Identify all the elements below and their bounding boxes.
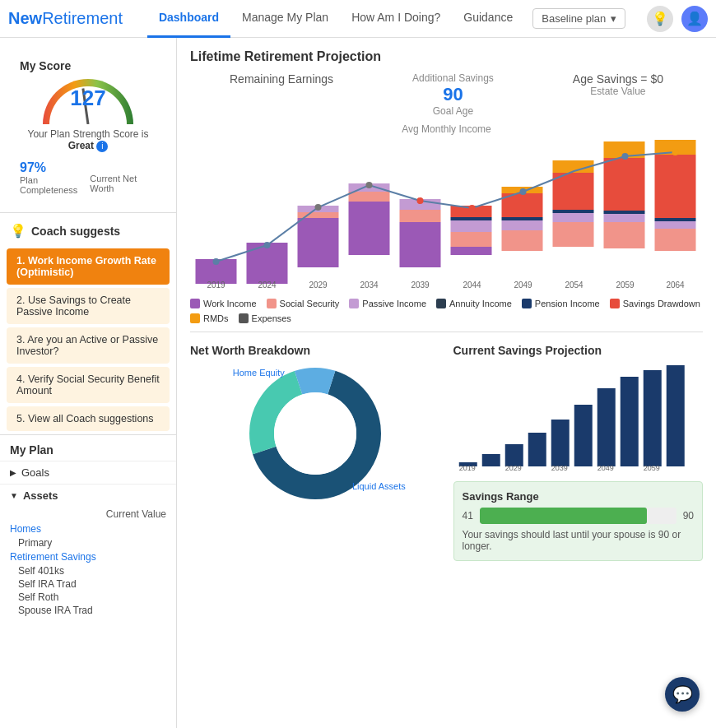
bar-pension-2044	[451, 217, 492, 220]
goal-age-value: 90	[443, 84, 463, 105]
legend-pension-income: Pension Income	[522, 299, 600, 308]
chevron-down-icon: ▾	[611, 12, 616, 25]
range-bar-inner	[480, 508, 647, 524]
legend-annuity-income: Annuity Income	[436, 299, 512, 308]
xlabel-2049: 2049	[514, 281, 532, 290]
logo: NewRetirement	[8, 9, 123, 28]
bar-work-2034	[349, 202, 390, 255]
arrow-down-icon: ▼	[10, 491, 18, 500]
logo-retirement: Retirement	[42, 9, 123, 27]
range-max: 90	[683, 510, 694, 522]
coach-item-3[interactable]: 3. Are you an Active or Passive Investor…	[7, 327, 170, 364]
stat-remaining-earnings: Remaining Earnings	[230, 72, 333, 117]
home-equity-label: Home Equity	[233, 368, 285, 378]
lightbulb-icon: 💡	[10, 223, 26, 239]
lifetime-title: Lifetime Retirement Projection	[190, 49, 703, 64]
legend-color-pension	[522, 299, 532, 308]
sbar-2054	[620, 377, 638, 466]
dot-2049	[520, 188, 527, 195]
bar-work-2029	[298, 218, 339, 267]
savings-projection-section: Current Savings Projection 2019 2029 203…	[453, 344, 704, 561]
divider-1	[0, 212, 176, 213]
bar-social-2044	[451, 232, 492, 247]
bottom-sections: Net Worth Breakdown	[190, 344, 703, 561]
nav-dashboard[interactable]: Dashboard	[147, 0, 230, 38]
bar-pension-2064	[655, 218, 696, 221]
coach-item-5[interactable]: 5. View all Coach suggestions	[7, 406, 170, 431]
score-value: 127	[43, 86, 133, 111]
plan-dropdown[interactable]: Baseline plan ▾	[532, 8, 625, 29]
dot-2039	[417, 197, 424, 204]
my-score-title: My Score	[10, 53, 166, 79]
bar-work-2024	[247, 243, 288, 284]
bar-drawdown-2059	[604, 158, 645, 211]
coach-item-4[interactable]: 4. Verify Social Security Benefit Amount	[7, 367, 170, 403]
bar-passive-2044	[451, 220, 492, 232]
estate-value-label: Age Savings = $0	[573, 72, 663, 86]
legend-savings-drawdown: Savings Drawdown	[610, 299, 700, 308]
arrow-right-icon: ▶	[10, 468, 16, 477]
estate-label: Estate Value	[590, 86, 645, 97]
bulb-icon[interactable]: 💡	[647, 6, 673, 32]
plan-goals[interactable]: ▶ Goals	[0, 461, 176, 484]
nav: Dashboard Manage My Plan How Am I Doing?…	[147, 0, 639, 38]
retirement-savings-label[interactable]: Retirement Savings	[0, 549, 176, 564]
donut-chart: Home Equity Liquid Assets	[245, 364, 385, 503]
info-icon[interactable]: i	[96, 141, 108, 152]
chart-legend: Work Income Social Security Passive Inco…	[190, 299, 703, 323]
bar-passive-2064	[655, 221, 696, 229]
homes-label[interactable]: Homes	[0, 522, 176, 536]
lifetime-chart: 2019 2024 2029 2034 2039 2044 2049 2054 …	[190, 140, 703, 294]
logo-new: New	[8, 9, 42, 27]
bar-work-2044	[451, 247, 492, 255]
xlabel-2059: 2059	[616, 281, 635, 290]
user-icon[interactable]: 👤	[681, 6, 708, 32]
bar-drawdown-2064	[655, 155, 696, 218]
legend-color-drawdown	[610, 299, 620, 308]
chat-bubble[interactable]: 💬	[665, 677, 700, 712]
net-worth-section: Net Worth Breakdown	[190, 344, 440, 561]
dot-2019	[213, 258, 220, 265]
header: NewRetirement Dashboard Manage My Plan H…	[0, 0, 716, 38]
xlabel-2029: 2029	[309, 281, 328, 290]
xlabel-2034: 2034	[360, 281, 379, 290]
xlabel-2024: 2024	[258, 281, 277, 290]
nav-how-doing[interactable]: How Am I Doing?	[340, 0, 452, 38]
nav-manage[interactable]: Manage My Plan	[230, 0, 340, 38]
savings-range: Savings Range 41 90 Your savings should …	[453, 481, 704, 561]
sbar-2029	[504, 444, 523, 466]
content-area: Lifetime Retirement Projection Remaining…	[177, 38, 716, 728]
plan-strength-rating: Great	[68, 140, 94, 151]
bar-social-2034	[349, 192, 390, 202]
legend-work-income: Work Income	[190, 299, 257, 308]
nav-guidance[interactable]: Guidance	[452, 0, 524, 38]
plan-assets[interactable]: ▼ Assets	[0, 484, 176, 507]
sbar-2059	[643, 370, 661, 466]
bar-social-2059	[604, 222, 645, 248]
self-roth: Self Roth	[0, 591, 176, 604]
bar-pension-2049	[502, 217, 543, 220]
bar-social-2049	[502, 230, 543, 251]
legend-social-security: Social Security	[267, 299, 340, 308]
legend-color-rmds	[190, 313, 200, 323]
sbar-2034	[528, 433, 546, 466]
stats-row: Remaining Earnings Additional Savings 90…	[190, 72, 703, 117]
completeness-item: 97% PlanCompleteness	[20, 160, 77, 195]
coach-item-1[interactable]: 1. Work Income Growth Rate (Optimistic)	[7, 248, 170, 285]
completeness-section: 97% PlanCompleteness Current Net Worth	[10, 156, 166, 199]
net-worth-item: Current Net Worth	[90, 160, 156, 195]
sbar-2024	[481, 454, 500, 466]
homes-primary: Primary	[0, 536, 176, 549]
sbar-2039	[551, 420, 569, 466]
spouse-ira-trad: Spouse IRA Trad	[0, 604, 176, 617]
slabel-2049: 2049	[597, 464, 613, 471]
bar-social-2054	[553, 222, 594, 247]
slabel-2019: 2019	[458, 464, 475, 471]
avg-monthly-label: Avg Monthly Income	[190, 123, 703, 135]
sidebar: My Score 127 Your Plan Strength Score is…	[0, 38, 177, 728]
coach-item-2[interactable]: 2. Use Savings to Create Passive Income	[7, 288, 170, 324]
legend-color-annuity	[436, 299, 446, 308]
slabel-2029: 2029	[504, 464, 521, 471]
self-401ks: Self 401ks	[0, 564, 176, 577]
dot-2029	[315, 204, 322, 211]
